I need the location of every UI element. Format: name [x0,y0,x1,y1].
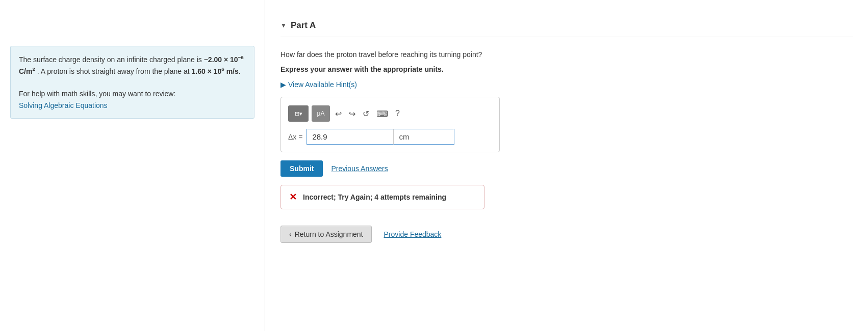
express-text: Express your answer with the appropriate… [280,65,853,73]
algebra-link[interactable]: Solving Algebraic Equations [19,101,108,109]
hint-arrow-icon: ▶ [280,80,286,89]
toolbar: ⊞▾ μA ↩ ↪ ↺ ⌨ ? [288,105,492,122]
left-panel: The surface charge density on an infinit… [0,0,265,331]
info-box: The surface charge density on an infinit… [10,46,254,119]
help-text: For help with math skills, you may want … [19,88,246,99]
prev-answers-button[interactable]: Previous Answers [331,164,388,173]
undo-button[interactable]: ↩ [333,108,344,120]
hints-label: View Available Hint(s) [288,80,357,89]
delta-label: Δx = [288,133,302,141]
mu-button[interactable]: μA [312,105,330,122]
redo-button[interactable]: ↪ [347,108,358,120]
feedback-button[interactable]: Provide Feedback [384,230,442,238]
error-icon: ✕ [289,191,297,203]
redo-icon: ↪ [349,109,355,119]
refresh-button[interactable]: ↺ [361,108,371,120]
return-button[interactable]: ‹ Return to Assignment [280,226,372,243]
action-row: Submit Previous Answers [280,160,853,177]
keyboard-icon: ⌨ [376,109,388,119]
return-arrow-icon: ‹ [289,230,292,238]
value-input[interactable] [307,129,393,145]
answer-box: ⊞▾ μA ↩ ↪ ↺ ⌨ ? Δx = [280,97,500,152]
bottom-actions: ‹ Return to Assignment Provide Feedback [280,226,853,243]
keyboard-button[interactable]: ⌨ [374,108,390,120]
undo-icon: ↩ [335,109,342,119]
question-text: How far does the proton travel before re… [280,49,853,60]
info-text: The surface charge density on an infinit… [19,53,246,77]
grid-icon: ⊞▾ [295,111,302,117]
input-row: Δx = [288,129,492,145]
view-hints-link[interactable]: ▶ View Available Hint(s) [280,80,853,89]
error-box: ✕ Incorrect; Try Again; 4 attempts remai… [280,185,484,209]
help-button[interactable]: ? [393,108,402,119]
right-panel: ▼ Part A How far does the proton travel … [265,0,868,331]
unit-input[interactable] [393,129,454,145]
help-icon: ? [395,109,400,118]
submit-button[interactable]: Submit [280,160,323,177]
refresh-icon: ↺ [363,109,369,119]
collapse-arrow-icon[interactable]: ▼ [280,22,287,29]
return-label: Return to Assignment [295,230,363,238]
grid-button[interactable]: ⊞▾ [288,105,309,122]
error-text: Incorrect; Try Again; 4 attempts remaini… [303,193,446,201]
part-header: ▼ Part A [280,20,853,37]
part-title: Part A [291,20,316,31]
mu-label: μA [317,110,325,117]
